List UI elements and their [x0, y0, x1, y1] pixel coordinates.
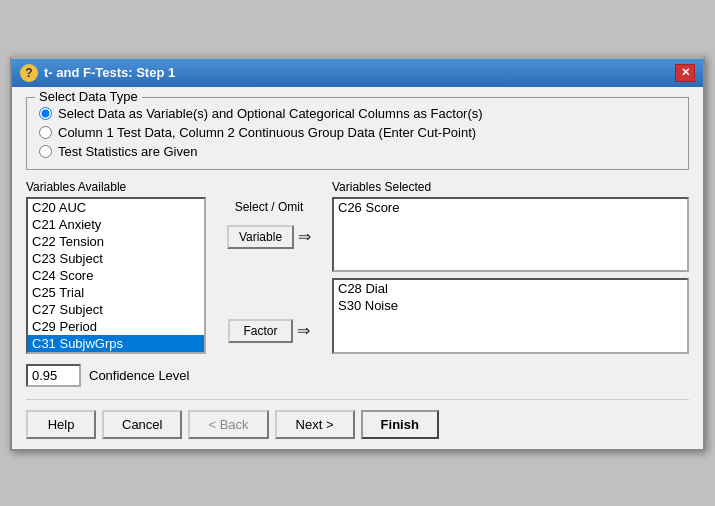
title-icon: ? — [20, 64, 38, 82]
dialog-title: t- and F-Tests: Step 1 — [44, 65, 175, 80]
variables-selected-header: Variables Selected — [332, 180, 689, 194]
list-item[interactable]: C25 Trial — [28, 284, 204, 301]
radio-label-2: Column 1 Test Data, Column 2 Continuous … — [58, 125, 476, 140]
help-button[interactable]: Help — [26, 410, 96, 439]
cancel-button[interactable]: Cancel — [102, 410, 182, 439]
back-button[interactable]: < Back — [188, 410, 268, 439]
confidence-input[interactable] — [26, 364, 81, 387]
list-item[interactable]: C22 Tension — [28, 233, 204, 250]
col-mid: Select / Omit Variable ⇒ Factor ⇒ — [214, 180, 324, 354]
radio-label-3: Test Statistics are Given — [58, 144, 197, 159]
dialog-window: ? t- and F-Tests: Step 1 ✕ Select Data T… — [10, 56, 705, 451]
list-item[interactable]: C29 Period — [28, 318, 204, 335]
dialog-body: Select Data Type Select Data as Variable… — [12, 87, 703, 449]
factor-button[interactable]: Factor — [228, 319, 293, 343]
radio-row-3: Test Statistics are Given — [39, 144, 676, 159]
title-bar: ? t- and F-Tests: Step 1 ✕ — [12, 59, 703, 87]
selected-factor-item[interactable]: S30 Noise — [334, 297, 687, 314]
list-item[interactable]: C24 Score — [28, 267, 204, 284]
next-button[interactable]: Next > — [275, 410, 355, 439]
radio-option-3[interactable] — [39, 145, 52, 158]
radio-option-1[interactable] — [39, 107, 52, 120]
factor-transfer-section: Factor ⇒ — [228, 319, 310, 343]
radio-row-2: Column 1 Test Data, Column 2 Continuous … — [39, 125, 676, 140]
list-item[interactable]: C21 Anxiety — [28, 216, 204, 233]
variable-arrow-icon: ⇒ — [298, 227, 311, 246]
list-item[interactable]: C20 AUC — [28, 199, 204, 216]
confidence-label: Confidence Level — [89, 368, 189, 383]
radio-row-1: Select Data as Variable(s) and Optional … — [39, 106, 676, 121]
group-box-label: Select Data Type — [35, 89, 142, 104]
radio-label-1: Select Data as Variable(s) and Optional … — [58, 106, 483, 121]
main-area: Variables Available C20 AUC C21 Anxiety … — [26, 180, 689, 354]
finish-button[interactable]: Finish — [361, 410, 439, 439]
list-item[interactable]: C27 Subject — [28, 301, 204, 318]
variables-available-listbox[interactable]: C20 AUC C21 Anxiety C22 Tension C23 Subj… — [26, 197, 206, 354]
list-item[interactable]: C23 Subject — [28, 250, 204, 267]
radio-option-2[interactable] — [39, 126, 52, 139]
selected-variable-item[interactable]: C26 Score — [334, 199, 687, 216]
close-button[interactable]: ✕ — [675, 64, 695, 82]
variable-arrow-row: Variable ⇒ — [227, 225, 311, 249]
factors-selected-listbox[interactable]: C28 Dial S30 Noise — [332, 278, 689, 354]
data-type-group: Select Data Type Select Data as Variable… — [26, 97, 689, 170]
variables-selected-listbox[interactable]: C26 Score — [332, 197, 689, 273]
list-item-selected[interactable]: C31 SubjwGrps — [28, 335, 204, 352]
selected-factor-item[interactable]: C28 Dial — [334, 280, 687, 297]
factor-arrow-icon: ⇒ — [297, 321, 310, 340]
confidence-row: Confidence Level — [26, 364, 689, 387]
variable-button[interactable]: Variable — [227, 225, 294, 249]
col-left: Variables Available C20 AUC C21 Anxiety … — [26, 180, 206, 354]
variable-transfer-section: Variable ⇒ — [227, 225, 311, 249]
variables-available-header: Variables Available — [26, 180, 206, 194]
factor-arrow-row: Factor ⇒ — [228, 319, 310, 343]
col-right: Variables Selected C26 Score C28 Dial S3… — [332, 180, 689, 354]
button-row: Help Cancel < Back Next > Finish — [26, 399, 689, 439]
select-omit-header: Select / Omit — [235, 200, 304, 214]
